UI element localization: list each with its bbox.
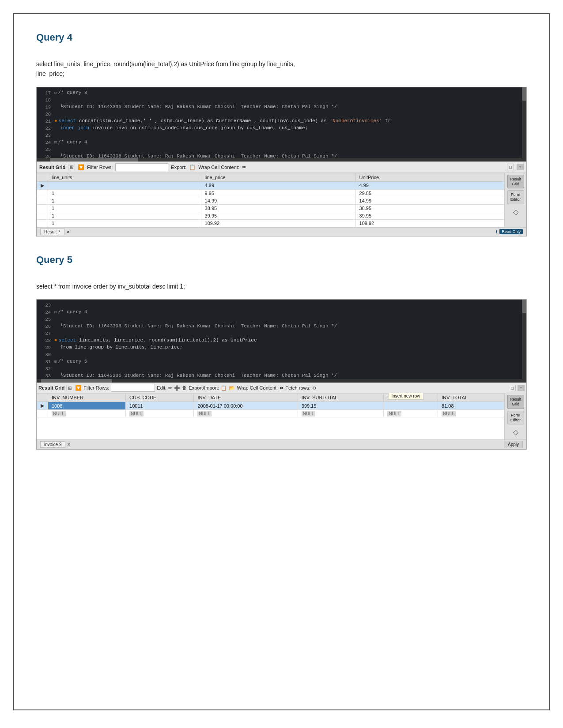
cell-line-units: 1	[48, 189, 201, 197]
editor-line: 22 inner join invoice invc on cstm.cus_c…	[37, 125, 526, 132]
editor-line: 25	[37, 316, 526, 323]
filter-rows-label-q5: Filter Rows:	[83, 385, 109, 390]
wrap-icon-q5[interactable]: ⇔	[280, 385, 283, 391]
cell-cus-code: 10011	[126, 402, 194, 410]
query5-section: Query 5 select * from invoice order by i…	[36, 254, 527, 450]
panel-icon[interactable]: ≡	[517, 164, 524, 170]
close-tab-icon[interactable]: ✕	[66, 229, 70, 234]
cell-line-units	[48, 181, 201, 189]
cell-unitprice: 14.99	[355, 197, 504, 204]
cell-line-units: 1	[48, 212, 201, 219]
editor-line: 32	[37, 366, 526, 373]
query5-editor[interactable]: 23 24 ⊟/* query 4 25 26 └Student ID: 116…	[37, 300, 526, 379]
filter-icon-q5[interactable]: 🔽	[75, 385, 82, 391]
window-icon[interactable]: □	[507, 164, 514, 170]
col-line-price-header: line_price	[201, 173, 355, 181]
close-tab-icon-q5[interactable]: ✕	[67, 442, 71, 447]
table-row[interactable]: NULL NULL NULL NULL NULL NULL	[37, 410, 504, 417]
col-inv-number-header: INV_NUMBER	[48, 394, 126, 402]
grid-icon-q5[interactable]: ⊞	[66, 385, 73, 391]
query4-status-bar: Result 7 ✕ ℹ Read Only	[37, 227, 526, 236]
editor-line: 20	[37, 111, 526, 118]
export-icon-q5[interactable]: 📋	[221, 385, 227, 391]
result-grid-btn-q5[interactable]: ResultGrid	[507, 395, 524, 409]
table-row[interactable]: ▶ 4.99 4.99	[37, 181, 504, 189]
col-inv-date-header: INV_DATE	[194, 394, 298, 402]
result-grid-btn[interactable]: ResultGrid	[507, 175, 524, 189]
fetch-icon[interactable]: ⚙	[312, 386, 316, 390]
row-indicator	[37, 204, 48, 212]
invoice-tab[interactable]: invoice 9	[40, 441, 65, 448]
form-editor-btn-q5[interactable]: FormEditor	[507, 411, 524, 425]
col-indicator-header	[37, 173, 48, 181]
export-label: Export:	[171, 165, 186, 170]
editor-line: 25	[37, 146, 526, 154]
edit-del-icon[interactable]: 🗑	[182, 385, 187, 390]
query4-right-panel: ResultGrid FormEditor ◇	[504, 173, 526, 227]
chevron-up-icon[interactable]: ◇	[513, 208, 518, 216]
table-row[interactable]: 1 38.95 38.95	[37, 204, 504, 212]
col-inv-subtotal-header: INV_SUBTOTAL	[298, 394, 384, 402]
cell-null: NULL	[298, 410, 384, 417]
form-editor-btn[interactable]: FormEditor	[507, 190, 524, 204]
editor-scrollbar-thumb-q5	[41, 379, 112, 383]
edit-label-q5: Edit:	[157, 385, 166, 390]
row-indicator	[37, 219, 48, 227]
cell-inv-total: 81.08	[438, 402, 504, 410]
editor-line: 24 ⊟/* query 4	[37, 139, 526, 146]
panel-icon-q5[interactable]: ≡	[518, 385, 525, 391]
editor-scrollbar-q5[interactable]	[37, 379, 526, 383]
grid-icon[interactable]: ⊞	[68, 164, 75, 170]
apply-button[interactable]: Apply	[504, 441, 523, 448]
chevron-down-icon[interactable]: ◇	[513, 428, 518, 436]
cell-null: NULL	[48, 410, 126, 417]
wrap-icon[interactable]: ⇔	[242, 164, 246, 170]
col-line-units-header: line_units	[48, 173, 201, 181]
query5-sql: select * from invoice order by inv_subto…	[36, 281, 527, 291]
query4-table: line_units line_price UnitPrice ▶ 4.99 4…	[37, 173, 504, 227]
result-grid-label-q5: Result Grid	[38, 385, 64, 390]
editor-line: 23	[37, 132, 526, 139]
query5-status-bar: invoice 9 ✕ Apply	[37, 439, 526, 449]
window-icon-q5[interactable]: □	[509, 385, 516, 391]
cell-null: NULL	[126, 410, 194, 417]
query5-right-panel: ResultGrid FormEditor ◇	[504, 393, 526, 439]
row-indicator	[37, 410, 48, 417]
row-indicator: ▶	[37, 402, 48, 410]
table-row[interactable]: 1 9.95 29.85	[37, 189, 504, 197]
table-row[interactable]: 1 109.92 109.92	[37, 219, 504, 227]
empty-grid-space	[37, 417, 504, 439]
query5-result-grid: INV_NUMBER CUS_CODE INV_DATE INV_SUBTOTA…	[37, 393, 526, 439]
editor-line: 28 ●select line_units, line_price, round…	[37, 338, 526, 345]
table-row[interactable]: ▶ 1008 10011 2008-01-17 00:00:00 399.15 …	[37, 402, 504, 410]
insert-tooltip: Insert new row	[388, 393, 423, 400]
import-icon-q5[interactable]: 📂	[229, 385, 235, 391]
query5-result-toolbar: Result Grid ⊞ 🔽 Filter Rows: Edit: ✏ ➕ 🗑…	[37, 383, 526, 393]
edit-pencil-icon[interactable]: ✏	[168, 385, 172, 391]
export-icon[interactable]: 📋	[189, 164, 196, 170]
query4-screenshot: 17 ⊟/* query 3 18 19 └Student ID: 116433…	[36, 87, 527, 236]
editor-line: 29 from line group by line_units, line_p…	[37, 345, 526, 352]
cell-line-price: 14.99	[201, 197, 355, 204]
editor-line: 33 └Student ID: 11643306 Student Name: R…	[37, 373, 526, 379]
query4-editor[interactable]: 17 ⊟/* query 3 18 19 └Student ID: 116433…	[37, 87, 526, 158]
query4-section: Query 4 select line_units, line_price, r…	[36, 32, 527, 236]
cell-line-price: 38.95	[201, 204, 355, 212]
table-row[interactable]: 1 39.95 39.95	[37, 212, 504, 219]
filter-input[interactable]	[115, 163, 168, 171]
info-icon: ℹ	[496, 229, 498, 234]
query5-table-wrap: INV_NUMBER CUS_CODE INV_DATE INV_SUBTOTA…	[37, 393, 504, 439]
cell-unitprice: 4.99	[355, 181, 504, 189]
editor-line: 17 ⊟/* query 3	[37, 90, 526, 97]
edit-add-icon[interactable]: ➕	[174, 385, 180, 391]
filter-icon[interactable]: 🔽	[78, 164, 84, 170]
filter-input-q5[interactable]	[111, 384, 155, 392]
cell-null: NULL	[384, 410, 438, 417]
cell-line-price: 109.92	[201, 219, 355, 227]
wrap-label-q5: Wrap Cell Content:	[237, 385, 278, 390]
editor-scrollbar[interactable]	[37, 158, 526, 161]
table-row[interactable]: 1 14.99 14.99	[37, 197, 504, 204]
result-tab[interactable]: Result 7	[40, 229, 64, 235]
row-indicator: ▶	[37, 181, 48, 189]
editor-line: 26 └Student ID: 11643306 Student Name: R…	[37, 154, 526, 158]
